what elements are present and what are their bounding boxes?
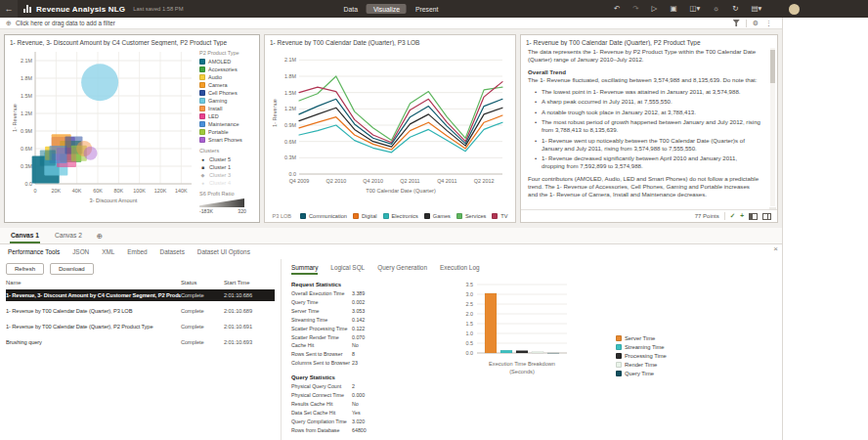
cluster-item[interactable]: ● Cluster 5 [199, 155, 254, 163]
scatter-point[interactable] [40, 151, 56, 166]
legend-label: Accessories [208, 66, 238, 72]
toolbar-icon[interactable]: ▣ [670, 5, 676, 13]
bar-processing-time[interactable] [516, 351, 528, 353]
layout-left-icon[interactable] [749, 213, 758, 220]
mode-tab[interactable]: Present [415, 6, 438, 13]
axis-label: 1.8M [284, 73, 296, 79]
summary-tab[interactable]: Execution Log [440, 264, 480, 275]
legend-item[interactable]: Services [456, 213, 486, 219]
user-avatar[interactable] [789, 4, 800, 15]
filter-funnel-icon[interactable] [733, 20, 740, 26]
legend-item[interactable]: Processing Time [616, 351, 667, 360]
mode-tabs: Data Visualize Present [344, 4, 439, 14]
filter-bar-icon[interactable]: ⋮ [765, 20, 772, 26]
scrollbar-thumb[interactable] [770, 50, 775, 83]
legend-item[interactable]: Accessories [199, 66, 254, 73]
add-filter-icon[interactable]: ⊕ [6, 20, 12, 26]
legend-item[interactable]: LED [199, 112, 254, 120]
toolbar-icon[interactable]: ↻ [732, 5, 738, 13]
line-legend: P3 LOB Communication Digital [270, 213, 510, 219]
legend-item[interactable]: Portable [199, 128, 254, 136]
toolbar-icon-group: ↶ ↷ ▷ ▣ ◫▾ ☼ ↻ ▤▾ [614, 5, 761, 13]
back-button[interactable]: ← [0, 0, 18, 18]
canvas-tab[interactable]: Canvas 1 [10, 230, 40, 243]
cluster-item[interactable]: ● Cluster 4 [199, 179, 254, 187]
legend-label: Install [208, 106, 222, 111]
legend-item[interactable]: AMOLED [199, 58, 254, 66]
filter-bar-icon[interactable]: ⚙ [753, 20, 759, 26]
scatter-point[interactable] [81, 64, 118, 101]
bar-render-time[interactable] [532, 352, 543, 353]
table-row[interactable]: 1- Revenue, 3- Discount Amount by C4 Cus… [6, 289, 275, 301]
legend-item[interactable]: Cell Phones [199, 89, 254, 97]
bar-server-time[interactable] [485, 293, 497, 353]
legend-item[interactable]: Query Time [616, 369, 667, 377]
toolbar-icon[interactable]: ↶ [614, 5, 620, 13]
legend-list: Communication Digital Electronics [300, 213, 507, 219]
cluster-label: Cluster 5 [209, 156, 231, 162]
developer-tab[interactable]: Datasets [160, 248, 185, 255]
filter-bar[interactable]: ⊕ Click here or drag data to add a filte… [0, 18, 782, 29]
summary-tab[interactable]: Summary [291, 264, 318, 275]
legend-item[interactable]: Server Time [616, 333, 667, 342]
scatter-viz-panel[interactable]: 1- Revenue, 3- Discount Amount by C4 Cus… [4, 34, 260, 223]
size-legend-max: 320 [238, 208, 246, 214]
table-row[interactable]: 1- Revenue by T00 Calendar Date (Quarter… [6, 321, 275, 332]
developer-tab[interactable]: Performance Tools [8, 248, 60, 255]
toolbar-icon[interactable]: ↷ [632, 5, 638, 13]
legend-item[interactable]: Electronics [383, 213, 418, 219]
summary-tab[interactable]: Query Generation [377, 264, 427, 275]
stat-value: 23 [352, 359, 358, 368]
cluster-item[interactable]: ◆ Cluster 3 [199, 171, 254, 179]
scatter-point[interactable] [84, 147, 98, 160]
toolbar-icon[interactable]: ▤▾ [752, 5, 762, 13]
app-header: ← Revenue Analysis NLG Last saved 1:58 P… [0, 0, 868, 18]
legend-item[interactable]: Communication [300, 213, 347, 219]
series-line-tv[interactable] [299, 82, 502, 143]
add-canvas-icon[interactable]: ⊕ [97, 232, 103, 243]
query-table-body: 1- Revenue, 3- Discount Amount by C4 Cus… [6, 289, 275, 348]
developer-tab[interactable]: Dataset UI Options [197, 248, 250, 255]
legend-item[interactable]: Install [199, 105, 254, 112]
legend-swatch [353, 213, 359, 219]
download-button[interactable]: Download [50, 263, 94, 275]
legend-item[interactable]: Maintenance [199, 120, 254, 128]
table-row[interactable]: Brushing query Complete 2:01:10.693 [6, 336, 275, 348]
developer-tab[interactable]: Embed [127, 248, 147, 255]
axis-label: 0.0 [289, 171, 297, 177]
legend-item[interactable]: Smart Phones [199, 136, 254, 144]
cluster-item[interactable]: ■ Cluster 1 [199, 163, 254, 171]
nlg-bullet-list: The lowest point in 1- Revenue was attai… [528, 88, 760, 171]
mode-tab[interactable]: Visualize [367, 4, 407, 14]
legend-item[interactable]: Games [424, 213, 451, 219]
nlg-viz-panel[interactable]: 1- Revenue by T00 Calendar Date (Quarter… [520, 34, 778, 223]
canvas-tab[interactable]: Canvas 2 [54, 230, 83, 243]
execution-time-bar-chart: 3.53.02.52.01.51.00.50.0Execution Time B… [456, 279, 602, 388]
refresh-button[interactable]: Refresh [6, 263, 44, 275]
legend-item[interactable]: Digital [353, 213, 377, 219]
legend-item[interactable]: Streaming Time [616, 342, 667, 351]
close-icon[interactable]: × [773, 244, 778, 253]
line-viz-panel[interactable]: 1- Revenue by T00 Calendar Date (Quarter… [264, 34, 516, 223]
toolbar-icon[interactable]: ▷ [652, 5, 658, 13]
developer-tab[interactable]: XML [102, 248, 114, 255]
bar-streaming-time[interactable] [500, 350, 512, 353]
axis-label: 0.5 [466, 340, 474, 346]
layout-split-icon[interactable] [762, 213, 771, 220]
legend-item[interactable]: Render Time [616, 360, 667, 369]
table-row[interactable]: 1- Revenue by T00 Calendar Date (Quarter… [6, 305, 275, 317]
developer-tab[interactable]: JSON [72, 248, 89, 255]
query-start-time: 2:01:10.691 [224, 324, 275, 330]
legend-item[interactable]: Gaming [199, 97, 254, 105]
legend-item[interactable]: Audio [199, 73, 254, 81]
summary-tab[interactable]: Logical SQL [330, 264, 365, 275]
toolbar-icon[interactable]: ☼ [713, 5, 719, 13]
toolbar-icon[interactable]: ◫▾ [689, 5, 700, 13]
mode-tab[interactable]: Data [344, 6, 358, 13]
add-annotation-icon[interactable]: + [740, 213, 744, 220]
stat-label: Results Cache Hit [291, 400, 352, 409]
scrollbar[interactable]: ▾ [770, 48, 775, 206]
legend-item[interactable]: TV [492, 213, 507, 219]
legend-item[interactable]: Camera [199, 81, 254, 89]
quality-check-icon[interactable]: ✓ [730, 213, 735, 220]
